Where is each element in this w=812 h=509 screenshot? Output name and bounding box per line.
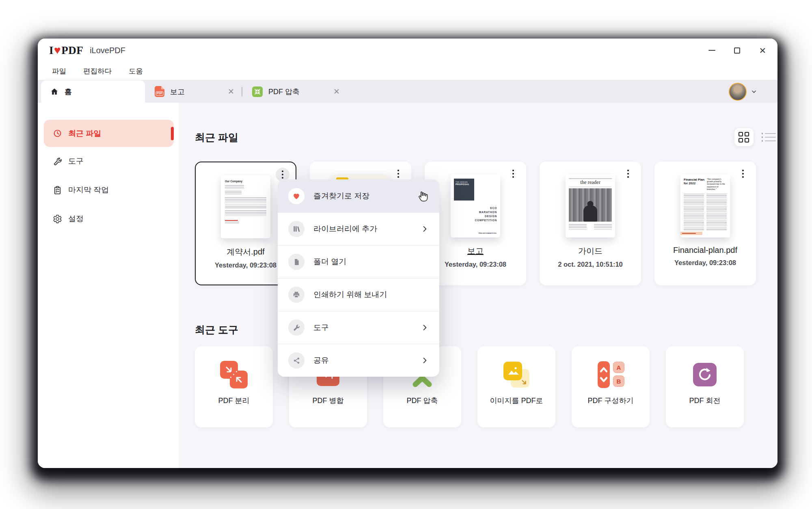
menu-item-tools[interactable]: 도구: [278, 311, 439, 344]
wrench-icon: [53, 157, 62, 166]
tab-strip: 홈 PDF 보고 ✕ PDF 압축 ✕: [38, 80, 777, 103]
page-a: A: [613, 362, 624, 373]
chevron-right-icon: [421, 356, 429, 364]
file-card-report[interactable]: THE DESIGN PROPOSAL ECO MARATHON DESIGN …: [425, 162, 526, 285]
grid-view-button[interactable]: [734, 128, 754, 146]
file-card-financial-plan[interactable]: Financial Plan for 2022 “Our company's g…: [654, 162, 756, 285]
tool-card-rotate-pdf[interactable]: PDF 회전: [666, 346, 744, 427]
menubar: 파일 편집하다 도움: [38, 62, 777, 80]
heart-icon: ♥: [54, 44, 61, 57]
more-options-button[interactable]: [391, 167, 405, 181]
page-fold: [161, 86, 164, 89]
maximize-button[interactable]: [734, 47, 740, 54]
thumb-captions: [569, 224, 612, 231]
menu-item-save-favorite[interactable]: 즐겨찾기로 저장: [278, 179, 439, 212]
printer-icon: [288, 287, 304, 303]
close-tab-icon[interactable]: ✕: [333, 87, 340, 96]
context-menu: 즐겨찾기로 저장 라이브러리에 추가 폴더 열기 인쇄하기 위해 보내기: [278, 179, 439, 377]
view-toggles: [734, 128, 778, 146]
menu-help[interactable]: 도움: [120, 66, 151, 76]
sidebar-item-settings[interactable]: 설정: [44, 209, 174, 229]
menu-item-add-to-library[interactable]: 라이브러리에 추가: [278, 212, 439, 245]
menu-item-send-to-print[interactable]: 인쇄하기 위해 보내기: [278, 278, 439, 311]
thumb-signature-line: [225, 220, 238, 221]
sidebar-item-label: 설정: [68, 214, 84, 224]
file-name: 계약서.pdf: [227, 246, 264, 257]
close-tab-icon[interactable]: ✕: [228, 87, 234, 96]
file-card-guide[interactable]: the reader 가이드 2 oct. 2021, 10:51:10: [540, 162, 641, 285]
minimize-button[interactable]: [708, 50, 715, 51]
file-date: Yesterday, 09:23:08: [215, 261, 276, 269]
recent-files-header: 최근 파일: [195, 128, 777, 146]
gear-icon: [53, 214, 62, 224]
menu-item-label: 폴더 열기: [313, 257, 346, 267]
tool-card-image-to-pdf[interactable]: 이미지를 PDF로: [477, 346, 555, 427]
thumb-photo: [569, 188, 612, 222]
file-date: 2 oct. 2021, 10:51:10: [558, 261, 623, 268]
active-indicator: [171, 127, 174, 140]
menu-item-label: 인쇄하기 위해 보내기: [313, 289, 387, 300]
split-pdf-icon: [220, 361, 248, 388]
sort-pill: [598, 361, 610, 388]
menu-item-label: 공유: [313, 355, 329, 366]
tool-label: PDF 구성하기: [587, 396, 633, 405]
sidebar-item-tools[interactable]: 도구: [44, 151, 174, 171]
sidebar-item-recent-files[interactable]: 최근 파일: [44, 120, 174, 147]
tool-label: PDF 압축: [406, 396, 438, 405]
thumb-title-block: THE DESIGN PROPOSAL: [454, 179, 474, 201]
file-thumbnail: the reader: [566, 175, 615, 237]
file-thumbnail: Our Company: [221, 175, 270, 238]
thumb-text-lines: [225, 191, 242, 194]
menu-edit[interactable]: 편집하다: [75, 66, 120, 76]
thumb-text-lines: [225, 222, 239, 224]
logo-i: I: [49, 44, 54, 57]
more-options-button[interactable]: [506, 167, 520, 181]
close-window-button[interactable]: ✕: [759, 46, 766, 55]
avatar[interactable]: [729, 83, 747, 101]
more-options-button[interactable]: [621, 167, 635, 181]
menu-file[interactable]: 파일: [43, 66, 75, 76]
content: 최근 파일 Our Company: [179, 103, 777, 468]
tab-report[interactable]: PDF 보고 ✕: [145, 80, 242, 103]
thumb-heading: Financial Plan for 2022: [684, 178, 705, 191]
more-options-button[interactable]: [736, 167, 750, 181]
page-b: B: [613, 375, 624, 387]
tab-compress[interactable]: PDF 압축 ✕: [242, 80, 347, 103]
sidebar-item-label: 마지막 작업: [68, 185, 109, 195]
menu-item-open-folder[interactable]: 폴더 열기: [278, 245, 439, 278]
sidebar-item-label: 도구: [68, 156, 84, 166]
image-to-pdf-icon: [503, 361, 530, 388]
chevron-right-icon: [421, 324, 429, 332]
wrench-icon: [288, 319, 304, 336]
tool-card-split-pdf[interactable]: PDF 분리: [195, 346, 273, 427]
account-menu[interactable]: [729, 83, 757, 101]
chevron-right-icon: [421, 225, 429, 233]
menu-item-label: 라이브러리에 추가: [313, 224, 377, 234]
file-name: 보고: [467, 246, 484, 257]
grid-view-icon: [739, 132, 749, 142]
file-thumbnail: THE DESIGN PROPOSAL ECO MARATHON DESIGN …: [451, 175, 500, 237]
tool-label: PDF 회전: [689, 396, 720, 405]
thumb-text-lines: [225, 197, 266, 209]
thumb-title: the reader: [569, 179, 612, 185]
sidebar-item-last-tasks[interactable]: 마지막 작업: [44, 180, 174, 200]
tool-card-organize-pdf[interactable]: A B PDF 구성하기: [572, 346, 650, 427]
window-controls: ✕: [708, 46, 766, 55]
file-thumbnail: Financial Plan for 2022 “Our company's g…: [680, 175, 730, 237]
cursor-pointer-icon: [417, 190, 429, 202]
tool-label: 이미지를 PDF로: [490, 396, 543, 405]
file-name: Financial-plan.pdf: [673, 246, 737, 255]
clock-icon: [53, 129, 62, 138]
thumb-footer-text: PRELUDE DIAMANTE INC.: [479, 233, 497, 234]
list-view-button[interactable]: [760, 131, 778, 143]
tool-label: PDF 분리: [218, 396, 249, 405]
menu-item-share[interactable]: 공유: [278, 344, 439, 377]
chevron-down-icon[interactable]: [751, 88, 757, 95]
tab-home[interactable]: 홈: [41, 80, 145, 103]
thumb-rule: [570, 187, 611, 187]
recent-files-heading: 최근 파일: [195, 131, 238, 144]
file-name: 가이드: [578, 246, 603, 257]
tab-label: 보고: [170, 87, 185, 97]
app-title: iLovePDF: [90, 46, 125, 55]
tab-label: PDF 압축: [268, 87, 300, 97]
